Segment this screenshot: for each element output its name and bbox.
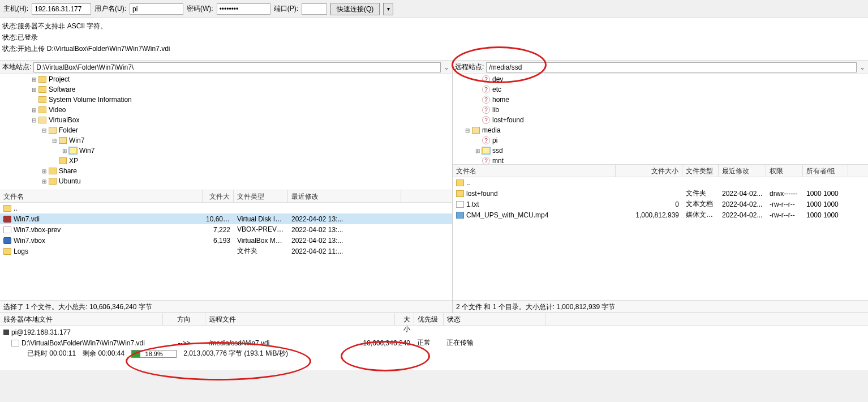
file-mod: 2022-04-02 13:... [288, 236, 401, 245]
col-type[interactable]: 文件类型 [234, 190, 288, 202]
col-name[interactable]: 文件名 [0, 190, 203, 202]
quickconnect-button[interactable]: 快速连接(Q) [330, 3, 380, 15]
file-own: 1000 1000 [803, 189, 848, 198]
expand-icon[interactable]: ⊞ [41, 168, 48, 174]
list-item[interactable]: 1.txt0文本文档2022-04-02...-rw-r--r--1000 10… [453, 199, 868, 209]
list-item[interactable]: Win7.vdi10,606,3...Virtual Disk Ima...20… [0, 213, 452, 224]
col-size[interactable]: 文件大小 [616, 165, 682, 177]
remote-site-dropdown-icon[interactable]: ⌄ [859, 63, 866, 71]
port-input[interactable] [302, 3, 327, 15]
file-name: Win7.vbox [14, 237, 45, 245]
col-remote-file[interactable]: 远程文件 [205, 313, 395, 325]
remote-tree[interactable]: ?dev ?etc ?home ?lib ?lost+found ⊟media … [453, 74, 868, 165]
list-item[interactable]: Win7.vbox-prev7,222VBOX-PREV 文件2022-04-0… [0, 224, 452, 235]
queue-server-row[interactable]: pi@192.168.31.177 [0, 327, 868, 337]
host-input[interactable] [32, 3, 91, 15]
remote-file-list[interactable]: .. lost+found文件夹2022-04-02...drwx------1… [453, 177, 868, 300]
tree-label[interactable]: VirtualBox [49, 116, 79, 124]
tree-label[interactable]: Share [59, 167, 77, 175]
folder-icon [38, 96, 46, 103]
unknown-folder-icon: ? [482, 136, 490, 144]
remote-site-input[interactable] [486, 62, 857, 72]
tree-label[interactable]: Software [49, 85, 75, 93]
local-site-dropdown-icon[interactable]: ⌄ [443, 63, 450, 71]
tree-label[interactable]: media [482, 126, 501, 134]
list-item[interactable]: CM4_UPS_with_MCU.mp41,000,812,939媒体文件(..… [453, 209, 868, 220]
tree-label[interactable]: Ubuntu [59, 177, 81, 185]
remain-label: 剩余 [83, 349, 96, 357]
tree-label[interactable]: ssd [492, 147, 503, 155]
col-priority[interactable]: 优先级 [414, 313, 444, 325]
tree-label[interactable]: etc [492, 85, 501, 93]
col-size[interactable]: 文件大小 [203, 190, 234, 202]
file-name: .. [466, 179, 470, 187]
tree-label[interactable]: Project [49, 75, 70, 83]
expand-icon[interactable]: ⊞ [474, 148, 481, 154]
col-type[interactable]: 文件类型 [682, 165, 719, 177]
queue-item-row[interactable]: D:\VirtualBox\Folder\Win7\Win7\Win7.vdi … [0, 337, 868, 348]
username-input[interactable] [130, 3, 183, 15]
spacer-icon [474, 158, 481, 164]
queue-body[interactable]: pi@192.168.31.177 D:\VirtualBox\Folder\W… [0, 326, 868, 370]
file-type: Virtual Disk Ima... [234, 215, 288, 224]
collapse-icon[interactable]: ⊟ [31, 117, 37, 123]
expand-icon[interactable]: ⊞ [31, 107, 37, 113]
remote-site-row: 远程站点: ⌄ [453, 61, 868, 74]
col-direction[interactable]: 方向 [163, 313, 205, 325]
file-type: 媒体文件(... [682, 209, 719, 220]
list-item[interactable]: .. [453, 177, 868, 188]
tree-label[interactable]: lost+found [492, 116, 524, 124]
remote-pane: 远程站点: ⌄ ?dev ?etc ?home ?lib ?lost+found… [453, 61, 868, 313]
password-input[interactable] [217, 3, 270, 15]
tree-label[interactable]: pi [492, 136, 497, 144]
col-size[interactable]: 大小 [395, 313, 414, 325]
tree-label[interactable]: Win7 [69, 136, 84, 144]
tree-label[interactable]: dev [492, 75, 503, 83]
tree-label[interactable]: System Volume Information [49, 96, 132, 104]
list-item[interactable]: lost+found文件夹2022-04-02...drwx------1000… [453, 188, 868, 199]
log-line: 状态:服务器不支持非 ASCII 字符。 [2, 20, 866, 32]
file-perm: -rw-r--r-- [766, 200, 803, 209]
expand-icon[interactable]: ⊞ [31, 76, 37, 83]
tree-label[interactable]: mnt [492, 157, 504, 165]
message-log[interactable]: 状态:服务器不支持非 ASCII 字符。 状态:已登录 状态:开始上传 D:\V… [0, 18, 868, 61]
list-item[interactable]: .. [0, 203, 452, 213]
local-tree[interactable]: ⊞Project ⊞Software System Volume Informa… [0, 74, 452, 190]
col-own[interactable]: 所有者/组 [803, 165, 848, 177]
tree-label[interactable]: home [492, 96, 509, 104]
local-status: 选择了 1 个文件。大小总共: 10,606,346,240 字节 [0, 300, 452, 313]
col-server-file[interactable]: 服务器/本地文件 [0, 313, 163, 325]
col-perm[interactable]: 权限 [766, 165, 803, 177]
queue-priority: 正常 [414, 337, 443, 348]
tree-label[interactable]: Win7 [79, 147, 94, 155]
elapsed-value: 00:00:11 [49, 349, 76, 357]
spacer-icon [474, 97, 481, 103]
list-item[interactable]: Win7.vbox6,193VirtualBox Mac...2022-04-0… [0, 235, 452, 246]
file-type: VBOX-PREV 文件 [234, 224, 288, 235]
collapse-icon[interactable]: ⊟ [464, 127, 471, 134]
file-type: VirtualBox Mac... [234, 236, 288, 245]
unknown-folder-icon: ? [482, 85, 490, 93]
expand-icon[interactable]: ⊞ [61, 148, 68, 154]
local-site-input[interactable] [33, 62, 441, 72]
col-status[interactable]: 状态 [444, 313, 545, 325]
expand-icon[interactable]: ⊞ [31, 87, 37, 93]
col-name[interactable]: 文件名 [453, 165, 616, 177]
queue-direction: -->> [163, 339, 205, 348]
local-file-list[interactable]: .. Win7.vdi10,606,3...Virtual Disk Ima..… [0, 203, 452, 300]
collapse-icon[interactable]: ⊟ [41, 127, 48, 134]
col-mod[interactable]: 最近修改 [288, 190, 401, 202]
folder-icon [49, 178, 57, 185]
queue-status: 正在传输 [443, 337, 545, 348]
collapse-icon[interactable]: ⊟ [51, 138, 58, 144]
quickconnect-dropdown[interactable] [383, 3, 393, 15]
tree-label[interactable]: lib [492, 106, 499, 114]
list-item[interactable]: Logs文件夹2022-04-02 11:... [0, 246, 452, 256]
tree-label[interactable]: XP [69, 157, 78, 165]
tree-label[interactable]: Video [49, 106, 66, 114]
file-type: 文本文档 [682, 199, 719, 209]
folder-icon [38, 106, 46, 113]
col-mod[interactable]: 最近修改 [719, 165, 766, 177]
tree-label[interactable]: Folder [59, 126, 78, 134]
expand-icon[interactable]: ⊞ [41, 178, 48, 185]
